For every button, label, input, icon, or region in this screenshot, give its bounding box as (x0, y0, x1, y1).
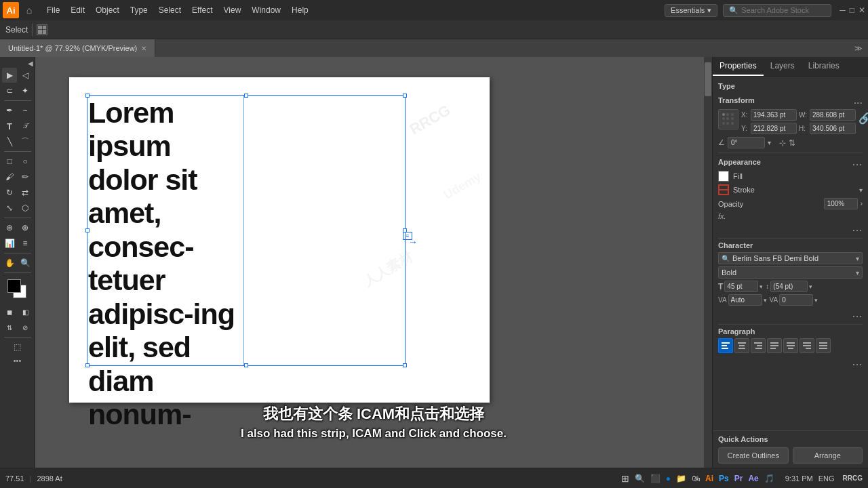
angle-dropdown[interactable]: ▾ (768, 139, 771, 146)
transform-origin-icon[interactable] (718, 109, 738, 129)
align-center-btn[interactable] (734, 338, 749, 353)
leading-dropdown[interactable]: ▾ (809, 283, 812, 290)
none-icon[interactable]: ⊘ (18, 320, 33, 335)
gradient-icon[interactable]: ◧ (18, 304, 33, 319)
magic-wand-tool[interactable]: ✦ (18, 83, 33, 98)
leading-input[interactable] (770, 281, 808, 292)
search-bar[interactable]: 🔍 Search Adobe Stock (723, 4, 831, 17)
taskbar-ps-icon[interactable]: Ps (719, 474, 729, 483)
width-tool[interactable]: ⊕ (18, 220, 33, 235)
constrain-proportions-icon[interactable]: 🔗 (859, 112, 868, 125)
justify-all-btn[interactable] (816, 338, 831, 353)
menu-effect[interactable]: Effect (187, 4, 217, 16)
line-tool[interactable]: ╲ (2, 134, 17, 149)
scale-tool[interactable]: ⤡ (2, 201, 17, 216)
kerning-dropdown[interactable]: ▾ (814, 297, 818, 304)
arrange-btn[interactable]: Arrange (793, 447, 863, 464)
lasso-tool[interactable]: ⊂ (2, 83, 17, 98)
justify-right-btn[interactable] (800, 338, 814, 353)
menu-object[interactable]: Object (91, 4, 124, 16)
ellipse-tool[interactable]: ○ (18, 154, 33, 169)
home-icon[interactable]: ⌂ (22, 3, 37, 18)
font-name-value[interactable]: Berlin Sans FB Demi Bold (732, 254, 856, 262)
zoom-level[interactable]: 77.51 (5, 474, 24, 483)
taskbar-taskview-icon[interactable]: ⬛ (650, 474, 660, 483)
flip-icons[interactable]: ⇅ (789, 138, 795, 148)
font-style-value[interactable]: Bold (722, 268, 856, 277)
character-more[interactable]: … (852, 308, 863, 320)
more-tools-btn[interactable]: ••• (14, 357, 22, 365)
tab-layers[interactable]: Layers (764, 57, 802, 76)
document-tab[interactable]: Untitled-1* @ 77.92% (CMYK/Preview) ✕ (0, 39, 155, 57)
menu-file[interactable]: File (42, 4, 64, 16)
font-dropdown-icon[interactable]: ▾ (856, 255, 859, 262)
h-input[interactable] (810, 123, 856, 134)
taskbar-windows-icon[interactable]: ⊞ (621, 473, 629, 484)
warp-tool[interactable]: ⊛ (2, 220, 17, 235)
w-input[interactable] (810, 109, 856, 121)
workspace-selector[interactable]: Essentials ▾ (665, 4, 717, 17)
foreground-swatch[interactable] (7, 279, 21, 293)
tab-close[interactable]: ✕ (141, 45, 146, 52)
taskbar-pr-icon[interactable]: Pr (734, 474, 743, 483)
paintbrush-tool[interactable]: 🖌 (2, 169, 17, 184)
reflect-tool[interactable]: ⇄ (18, 185, 33, 200)
font-size-dropdown[interactable]: ▾ (760, 283, 763, 290)
taskbar-au-icon[interactable]: 🎵 (764, 474, 774, 483)
handle-tr[interactable] (403, 94, 407, 98)
scroll-thumb-v[interactable] (705, 62, 711, 96)
maximize-button[interactable]: □ (850, 5, 854, 15)
angle-input[interactable] (728, 137, 765, 148)
paragraph-more[interactable]: … (852, 356, 863, 368)
fill-color-box[interactable] (718, 171, 729, 182)
rectangle-tool[interactable]: □ (2, 154, 17, 169)
taskbar-explorer-icon[interactable]: 📁 (676, 474, 686, 483)
kerning-input[interactable] (779, 294, 813, 306)
x-input[interactable] (751, 109, 797, 121)
align-left-btn[interactable] (718, 338, 733, 353)
taskbar-ai-icon[interactable]: Ai (705, 474, 713, 483)
font-style-dropdown-icon[interactable]: ▾ (856, 269, 859, 277)
justify-center-btn[interactable] (783, 338, 798, 353)
color-fill-icon[interactable]: ◼ (2, 304, 17, 319)
swap-colors-icon[interactable]: ⇅ (2, 320, 17, 335)
taskbar-search-icon[interactable]: 🔍 (635, 474, 645, 483)
selection-tool[interactable]: ▶ (2, 68, 17, 83)
artboard-text[interactable]: Lorem ipsum dolor sit amet, consec-tetue… (88, 96, 248, 431)
taskbar-edge-icon[interactable]: ● (666, 474, 671, 483)
curvature-tool[interactable]: ~ (18, 103, 33, 118)
minimize-button[interactable]: ─ (840, 5, 846, 15)
type-tool[interactable]: T (2, 119, 17, 134)
menu-edit[interactable]: Edit (66, 4, 90, 16)
shear-tool[interactable]: ⬡ (18, 201, 33, 216)
artboard-tool[interactable]: ⬚ (3, 340, 33, 354)
tab-properties[interactable]: Properties (713, 57, 764, 76)
tracking-dropdown[interactable]: ▾ (764, 297, 767, 304)
bar-graph-tool[interactable]: ≡ (18, 236, 33, 251)
pencil-tool[interactable]: ✏ (18, 169, 33, 184)
menu-view[interactable]: View (219, 4, 246, 16)
justify-left-btn[interactable] (767, 338, 782, 353)
y-input[interactable] (751, 123, 797, 134)
appearance-more[interactable]: … (852, 156, 863, 168)
stroke-color-box[interactable] (718, 184, 729, 195)
menu-window[interactable]: Window (247, 4, 285, 16)
menu-type[interactable]: Type (125, 4, 153, 16)
menu-select[interactable]: Select (154, 4, 186, 16)
pen-tool[interactable]: ✒ (2, 103, 17, 118)
touch-type-tool[interactable]: 𝒯 (18, 119, 33, 134)
tab-libraries[interactable]: Libraries (802, 57, 846, 76)
rotate-tool[interactable]: ↻ (2, 185, 17, 200)
taskbar-ae-icon[interactable]: Ae (748, 474, 758, 483)
font-size-input[interactable] (724, 281, 758, 292)
panel-collapse-btn[interactable]: ≫ (849, 44, 868, 53)
stroke-expand[interactable]: ▾ (859, 186, 863, 194)
handle-br[interactable] (403, 363, 407, 367)
create-outlines-btn[interactable]: Create Outlines (718, 447, 789, 464)
appearance-more2[interactable]: … (852, 222, 863, 234)
transform-more[interactable]: ... (854, 94, 863, 106)
toolbar-collapse[interactable]: ◀ (28, 60, 35, 67)
taskbar-store-icon[interactable]: 🛍 (692, 474, 700, 483)
arc-tool[interactable]: ⌒ (18, 134, 33, 149)
opacity-expand[interactable]: › (861, 200, 863, 207)
